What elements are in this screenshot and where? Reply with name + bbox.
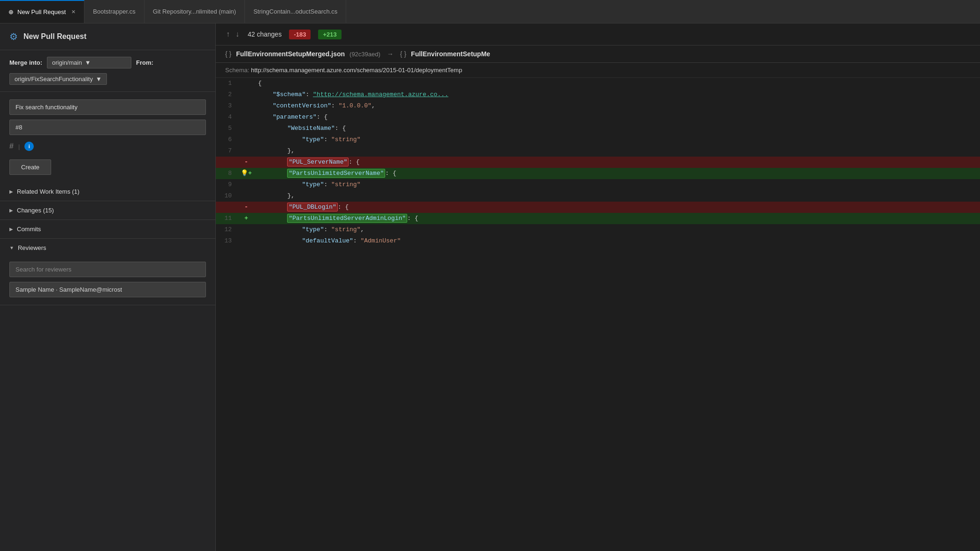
section-commits: ▶ Commits — [0, 220, 215, 239]
from-branch-label: origin/FixSearchFunctionality — [15, 75, 93, 83]
line-number: 9 — [216, 179, 239, 190]
line-number: 5 — [216, 123, 239, 134]
code-line: 4 "parameters": { — [216, 112, 980, 123]
reviewer-item[interactable]: Sample Name · SampleName@microst — [9, 282, 206, 297]
line-content: "PartsUnlimitedServerName": { — [253, 168, 980, 179]
tab-new-pull-request[interactable]: ⊕ New Pull Request ✕ — [0, 0, 84, 23]
section-arrow-icon: ▶ — [9, 189, 13, 194]
line-number: 12 — [216, 224, 239, 235]
file-icon: { } — [225, 50, 231, 58]
line-content: "defaultValue": "AdminUser" — [253, 235, 980, 247]
line-number — [216, 157, 239, 168]
line-indicator — [239, 145, 253, 157]
line-number — [216, 202, 239, 213]
file-name: FullEnvironmentSetupMerged.json — [236, 50, 345, 58]
sidebar: ⚙ New Pull Request Merge into: origin/ma… — [0, 23, 216, 551]
file-hash: (92c39aed) — [349, 51, 380, 58]
tab-bootstrapper[interactable]: Bootstrapper.cs — [84, 0, 144, 23]
line-content: "type": "string", — [253, 224, 980, 235]
code-line: 9 "type": "string" — [216, 179, 980, 190]
merge-into-row: Merge into: origin/main ▼ From: origin/F… — [0, 50, 215, 92]
diff-next-button[interactable]: ↓ — [235, 29, 240, 39]
changes-count: 42 changes — [248, 30, 281, 38]
line-content: "$schema": "http://schema.management.azu… — [253, 89, 980, 100]
line-number: 2 — [216, 89, 239, 100]
line-content: "PartsUnlimitedServerAdminLogin": { — [253, 213, 980, 224]
sidebar-header: ⚙ New Pull Request — [0, 23, 215, 50]
file-header: { } FullEnvironmentSetupMerged.json (92c… — [216, 45, 980, 63]
tab-pin-icon: ⊕ — [8, 8, 14, 15]
section-arrow-icon: ▶ — [9, 208, 13, 213]
line-content: }, — [253, 190, 980, 202]
line-indicator — [239, 134, 253, 145]
section-reviewers-label: Reviewers — [18, 244, 46, 251]
code-line-deleted: - "PUL_ServerName": { — [216, 157, 980, 168]
lightbulb-icon: 💡 — [241, 168, 248, 179]
line-indicator — [239, 224, 253, 235]
code-line: 10 }, — [216, 190, 980, 202]
merge-into-branch-select[interactable]: origin/main ▼ — [47, 57, 131, 68]
line-number: 11 — [216, 213, 239, 224]
section-arrow-icon: ▶ — [9, 226, 13, 232]
code-area[interactable]: 1 { 2 "$schema": "http://schema.manageme… — [216, 78, 980, 551]
code-line-deleted: - "PUL_DBLogin": { — [216, 202, 980, 213]
section-reviewers-header[interactable]: ▼ Reviewers — [0, 239, 215, 257]
code-line: 5 "WebsiteName": { — [216, 123, 980, 134]
tab-label: Bootstrapper.cs — [93, 8, 135, 15]
line-content: { — [253, 78, 980, 89]
diff-panel: ↑ ↓ 42 changes -183 +213 { } FullEnviron… — [216, 23, 980, 551]
line-indicator — [239, 190, 253, 202]
line-number: 7 — [216, 145, 239, 157]
tab-label: StringContain...oductSearch.cs — [253, 8, 337, 15]
tab-git-repository[interactable]: Git Repository...nlimited (main) — [144, 0, 245, 23]
line-content: "parameters": { — [253, 112, 980, 123]
merge-branch-label: origin/main — [52, 59, 82, 66]
info-icon[interactable]: i — [24, 142, 34, 151]
code-line-added: 11 + "PartsUnlimitedServerAdminLogin": { — [216, 213, 980, 224]
line-indicator — [239, 112, 253, 123]
tab-bar: ⊕ New Pull Request ✕ Bootstrapper.cs Git… — [0, 0, 980, 23]
line-content: "WebsiteName": { — [253, 123, 980, 134]
section-changes-header[interactable]: ▶ Changes (15) — [0, 201, 215, 219]
code-line: 2 "$schema": "http://schema.management.a… — [216, 89, 980, 100]
line-number: 6 — [216, 134, 239, 145]
code-line-added: 8 💡 + "PartsUnlimitedServerName": { — [216, 168, 980, 179]
section-commits-header[interactable]: ▶ Commits — [0, 220, 215, 238]
merge-branch-chevron: ▼ — [85, 59, 91, 66]
line-number: 13 — [216, 235, 239, 247]
tab-label: New Pull Request — [17, 8, 66, 15]
form-icons-row: # | i — [9, 140, 206, 153]
title-input[interactable] — [9, 99, 206, 115]
line-number: 10 — [216, 190, 239, 202]
additions-badge: +213 — [318, 30, 341, 39]
tab-label: Git Repository...nlimited (main) — [153, 8, 236, 15]
create-button[interactable]: Create — [9, 159, 51, 175]
line-indicator — [239, 179, 253, 190]
code-line: 6 "type": "string" — [216, 134, 980, 145]
file-icon-right: { } — [400, 50, 406, 58]
separator: | — [18, 143, 20, 150]
line-indicator — [239, 100, 253, 112]
file-name-right: FullEnvironmentSetupMe — [411, 50, 490, 58]
line-content: "type": "string" — [253, 134, 980, 145]
line-indicator-plus: 💡 + — [239, 168, 253, 179]
section-commits-label: Commits — [17, 226, 41, 233]
hash-icon: # — [9, 142, 14, 151]
tab-close-icon[interactable]: ✕ — [71, 9, 76, 15]
line-indicator — [239, 89, 253, 100]
diff-prev-button[interactable]: ↑ — [225, 29, 231, 39]
from-branch-chevron: ▼ — [96, 75, 102, 83]
main-layout: ⚙ New Pull Request Merge into: origin/ma… — [0, 23, 980, 551]
from-branch-select[interactable]: origin/FixSearchFunctionality ▼ — [9, 73, 107, 85]
code-line: 3 "contentVersion": "1.0.0.0", — [216, 100, 980, 112]
sidebar-form: # | i Create — [0, 92, 215, 182]
line-indicator-plus: + — [239, 213, 253, 224]
pr-number-input[interactable] — [9, 120, 206, 135]
schema-label: Schema: — [225, 67, 249, 74]
tab-string-contains[interactable]: StringContain...oductSearch.cs — [245, 0, 346, 23]
from-label: From: — [136, 59, 153, 66]
search-reviewers-input[interactable] — [9, 262, 206, 277]
section-related-work-items-header[interactable]: ▶ Related Work Items (1) — [0, 182, 215, 201]
line-number: 4 — [216, 112, 239, 123]
line-number: 8 — [216, 168, 239, 179]
